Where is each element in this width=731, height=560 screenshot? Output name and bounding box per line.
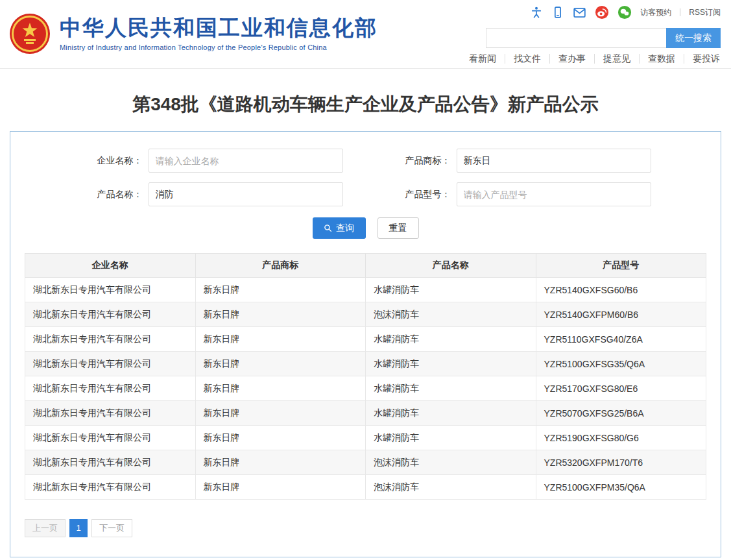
form-row-1: 企业名称： 产品商标：: [25, 149, 706, 173]
table-row: 湖北新东日专用汽车有限公司新东日牌水罐消防车YZR5100GXFSG35/Q6A: [25, 352, 706, 376]
table-row: 湖北新东日专用汽车有限公司新东日牌水罐消防车YZR5170GXFSG80/E6: [25, 376, 706, 401]
table-cell: 新东日牌: [195, 426, 366, 450]
weibo-icon[interactable]: [595, 5, 609, 19]
site-brand-text: 中华人民共和国工业和信息化部 Ministry of Industry and …: [60, 16, 377, 51]
table-row: 湖北新东日专用汽车有限公司新东日牌水罐消防车YZR5140GXFSG60/B6: [25, 278, 706, 302]
table-header-cell: 企业名称: [25, 254, 196, 278]
table-cell: YZR5140GXFSG60/B6: [536, 278, 706, 302]
company-name-label: 企业名称：: [80, 155, 143, 167]
table-cell: 湖北新东日专用汽车有限公司: [25, 475, 196, 500]
table-cell: 湖北新东日专用汽车有限公司: [25, 426, 196, 450]
table-cell: 水罐消防车: [366, 327, 536, 352]
table-row: 湖北新东日专用汽车有限公司新东日牌水罐消防车YZR5190GXFSG80/G6: [25, 426, 706, 450]
accessibility-icon[interactable]: [530, 6, 543, 19]
table-cell: 新东日牌: [195, 278, 366, 302]
table-cell: 水罐消防车: [366, 426, 536, 450]
main-content: 第348批《道路机动车辆生产企业及产品公告》新产品公示 企业名称： 产品商标： …: [0, 92, 731, 557]
wechat-icon[interactable]: [617, 5, 632, 19]
table-row: 湖北新东日专用汽车有限公司新东日牌泡沫消防车YZR5100GXFPM35/Q6A: [25, 475, 706, 500]
table-cell: YZR5100GXFPM35/Q6A: [536, 475, 706, 500]
unified-search-button[interactable]: 统一搜索: [666, 28, 721, 48]
table-head: 企业名称产品商标产品名称产品型号: [25, 254, 706, 278]
table-header-cell: 产品型号: [536, 254, 706, 278]
table-body: 湖北新东日专用汽车有限公司新东日牌水罐消防车YZR5140GXFSG60/B6湖…: [25, 278, 706, 500]
table-cell: 湖北新东日专用汽车有限公司: [25, 302, 196, 327]
table-cell: 水罐消防车: [366, 376, 536, 401]
product-brand-input[interactable]: [457, 149, 651, 173]
table-cell: 水罐消防车: [366, 401, 536, 426]
product-name-label: 产品名称：: [80, 189, 143, 201]
table-cell: 湖北新东日专用汽车有限公司: [25, 278, 196, 302]
page-1-button[interactable]: 1: [69, 519, 88, 537]
top-nav: 看新闻找文件查办事提意见查数据要投诉: [461, 54, 728, 64]
table-cell: YZR5100GXFSG35/Q6A: [536, 352, 706, 376]
table-cell: 泡沫消防车: [366, 450, 536, 475]
company-name-input[interactable]: [149, 149, 343, 173]
pagination: 上一页 1 下一页: [25, 519, 706, 537]
unified-search: 统一搜索: [486, 28, 721, 48]
top-link-divider: [680, 8, 680, 16]
product-name-input[interactable]: [149, 182, 343, 206]
table-cell: 新东日牌: [195, 352, 366, 376]
table-cell: 新东日牌: [195, 401, 366, 426]
table-row: 湖北新东日专用汽车有限公司新东日牌水罐消防车YZR5070GXFSG25/B6A: [25, 401, 706, 426]
content-panel: 企业名称： 产品商标： 产品名称： 产品型号：: [10, 131, 721, 557]
unified-search-input[interactable]: [486, 28, 666, 48]
form-actions: 查询 重置: [25, 217, 706, 239]
table-header-cell: 产品名称: [366, 254, 536, 278]
reset-button[interactable]: 重置: [377, 217, 419, 239]
table-header-cell: 产品商标: [195, 254, 366, 278]
table-cell: 新东日牌: [195, 475, 366, 500]
product-model-input[interactable]: [457, 182, 651, 206]
results-table: 企业名称产品商标产品名称产品型号 湖北新东日专用汽车有限公司新东日牌水罐消防车Y…: [25, 253, 706, 500]
table-header-row: 企业名称产品商标产品名称产品型号: [25, 254, 706, 278]
query-button-label: 查询: [336, 223, 354, 234]
company-name-field: 企业名称：: [80, 149, 343, 173]
nav-link-2[interactable]: 找文件: [505, 54, 549, 64]
product-model-label: 产品型号：: [389, 189, 451, 201]
table-cell: 湖北新东日专用汽车有限公司: [25, 352, 196, 376]
product-name-field: 产品名称：: [80, 182, 343, 206]
table-cell: 泡沫消防车: [366, 475, 536, 500]
nav-link-5[interactable]: 查数据: [639, 54, 684, 64]
table-row: 湖北新东日专用汽车有限公司新东日牌泡沫消防车YZR5320GXFPM170/T6: [25, 450, 706, 475]
mail-icon[interactable]: [573, 6, 586, 19]
search-icon: [324, 224, 332, 232]
form-row-2: 产品名称： 产品型号：: [25, 182, 706, 206]
product-brand-field: 产品商标：: [389, 149, 651, 173]
national-emblem-icon: [9, 13, 51, 55]
table-cell: 湖北新东日专用汽车有限公司: [25, 401, 196, 426]
site-brand: 中华人民共和国工业和信息化部 Ministry of Industry and …: [9, 13, 377, 55]
mobile-icon[interactable]: [551, 6, 564, 19]
table-cell: 湖北新东日专用汽车有限公司: [25, 450, 196, 475]
table-cell: 水罐消防车: [366, 278, 536, 302]
nav-link-4[interactable]: 提意见: [594, 54, 639, 64]
table-cell: YZR5070GXFSG25/B6A: [536, 401, 706, 426]
table-cell: YZR5140GXFPM60/B6: [536, 302, 706, 327]
next-page-button[interactable]: 下一页: [91, 519, 132, 537]
table-cell: 湖北新东日专用汽车有限公司: [25, 327, 196, 352]
nav-link-1[interactable]: 看新闻: [461, 54, 505, 64]
site-subtitle: Ministry of Industry and Information Tec…: [60, 43, 377, 51]
table-cell: 水罐消防车: [366, 352, 536, 376]
table-cell: YZR5320GXFPM170/T6: [536, 450, 706, 475]
site-title: 中华人民共和国工业和信息化部: [60, 16, 377, 40]
table-row: 湖北新东日专用汽车有限公司新东日牌泡沫消防车YZR5140GXFPM60/B6: [25, 302, 706, 327]
query-button[interactable]: 查询: [313, 217, 366, 239]
visitor-appointment-link[interactable]: 访客预约: [640, 7, 671, 18]
table-cell: 湖北新东日专用汽车有限公司: [25, 376, 196, 401]
nav-link-3[interactable]: 查办事: [549, 54, 594, 64]
table-cell: 新东日牌: [195, 376, 366, 401]
table-cell: 泡沫消防车: [366, 302, 536, 327]
table-cell: 新东日牌: [195, 450, 366, 475]
table-cell: YZR5110GXFSG40/Z6A: [536, 327, 706, 352]
prev-page-button[interactable]: 上一页: [25, 519, 66, 537]
product-brand-label: 产品商标：: [389, 155, 451, 167]
nav-link-6[interactable]: 要投诉: [684, 54, 728, 64]
rss-link[interactable]: RSS订阅: [689, 7, 721, 18]
page-title: 第348批《道路机动车辆生产企业及产品公告》新产品公示: [0, 92, 731, 117]
top-utility-bar: 访客预约 RSS订阅: [530, 5, 721, 20]
table-cell: 新东日牌: [195, 302, 366, 327]
site-header: 中华人民共和国工业和信息化部 Ministry of Industry and …: [0, 0, 731, 69]
table-cell: YZR5190GXFSG80/G6: [536, 426, 706, 450]
